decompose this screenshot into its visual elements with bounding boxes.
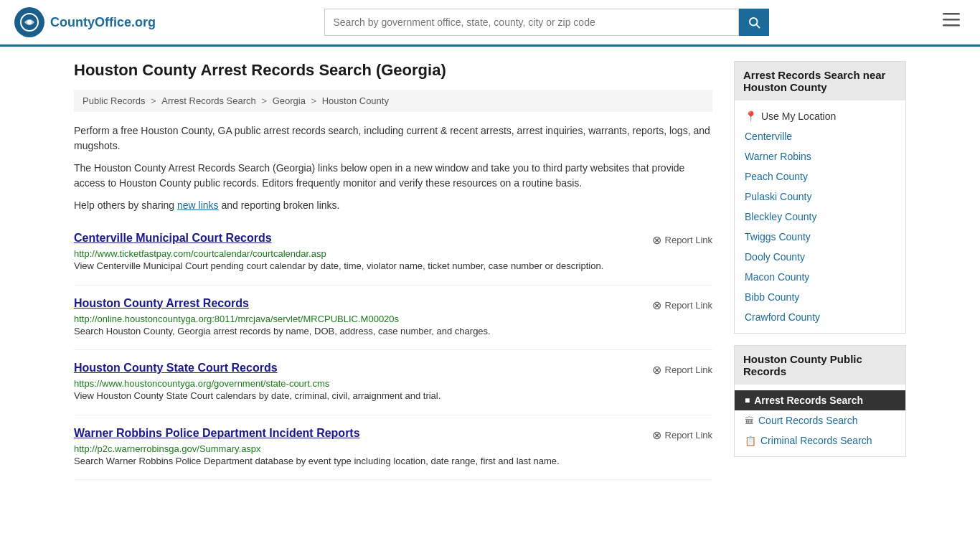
sidebar-item-centerville[interactable]: Centerville	[735, 126, 905, 146]
result-desc: Search Houston County, Georgia arrest re…	[74, 324, 712, 339]
breadcrumb: Public Records > Arrest Records Search >…	[74, 90, 712, 112]
menu-button[interactable]	[937, 10, 966, 34]
result-header: Warner Robbins Police Department Inciden…	[74, 427, 712, 443]
intro-text-3: Help others by sharing new links and rep…	[74, 198, 712, 213]
result-url[interactable]: https://www.houstoncountyga.org/governme…	[74, 378, 329, 389]
search-bar-container	[324, 9, 769, 36]
search-input[interactable]	[324, 9, 739, 36]
list-icon: 📋	[745, 435, 756, 446]
sidebar-item-peach-county[interactable]: Peach County	[735, 166, 905, 187]
public-records-items: ■ Arrest Records Search 🏛 Court Records …	[735, 385, 905, 456]
result-title[interactable]: Warner Robbins Police Department Inciden…	[74, 427, 360, 440]
main-container: Houston County Arrest Records Search (Ge…	[60, 47, 920, 509]
svg-point-1	[27, 20, 32, 24]
svg-line-3	[756, 24, 759, 27]
nearby-items: 📍 Use My Location Centerville Warner Rob…	[735, 100, 905, 333]
result-entry: Centerville Municipal Court Records ⊗ Re…	[74, 220, 712, 286]
location-pin-icon: 📍	[745, 110, 757, 122]
result-header: Houston County Arrest Records ⊗ Report L…	[74, 297, 712, 313]
sidebar-item-arrest-records[interactable]: ■ Arrest Records Search	[735, 390, 905, 410]
criminal-records-label: Criminal Records Search	[760, 435, 872, 446]
logo-text: CountyOffice.org	[50, 15, 156, 30]
report-link-button[interactable]: ⊗ Report Link	[652, 362, 712, 377]
sidebar-item-twiggs-county[interactable]: Twiggs County	[735, 227, 905, 247]
public-records-header: Houston County Public Records	[735, 346, 905, 385]
logo-area: CountyOffice.org	[14, 7, 156, 37]
sidebar-item-macon-county[interactable]: Macon County	[735, 267, 905, 287]
report-icon: ⊗	[652, 363, 661, 377]
sidebar-item-crawford-county[interactable]: Crawford County	[735, 307, 905, 327]
nearby-header: Arrest Records Search near Houston Count…	[735, 62, 905, 100]
report-icon: ⊗	[652, 428, 661, 442]
new-links-link[interactable]: new links	[177, 199, 219, 211]
search-button[interactable]	[739, 9, 769, 36]
result-url[interactable]: http://www.ticketfastpay.com/courtcalend…	[74, 248, 326, 259]
intro-text-1: Perform a free Houston County, GA public…	[74, 123, 712, 154]
filled-square-icon: ■	[745, 395, 750, 405]
sidebar-item-criminal-records[interactable]: 📋 Criminal Records Search	[735, 430, 905, 451]
result-desc: View Centerville Municipal Court pending…	[74, 259, 712, 273]
arrest-records-label: Arrest Records Search	[754, 395, 863, 406]
intro3-before: Help others by sharing	[74, 199, 177, 211]
report-icon: ⊗	[652, 233, 661, 247]
report-link-label: Report Link	[665, 364, 712, 375]
use-my-location-link[interactable]: 📍 Use My Location	[735, 106, 905, 126]
breadcrumb-sep2: >	[261, 95, 269, 106]
header: CountyOffice.org	[0, 0, 980, 47]
sidebar-item-court-records[interactable]: 🏛 Court Records Search	[735, 410, 905, 430]
breadcrumb-sep3: >	[311, 95, 319, 106]
breadcrumb-public-records[interactable]: Public Records	[83, 95, 145, 106]
sidebar-item-bibb-county[interactable]: Bibb County	[735, 287, 905, 307]
page-title: Houston County Arrest Records Search (Ge…	[74, 61, 712, 80]
breadcrumb-georgia[interactable]: Georgia	[273, 95, 306, 106]
result-desc: Search Warner Robbins Police Department …	[74, 454, 712, 468]
building-icon: 🏛	[745, 415, 754, 426]
sidebar-item-bleckley-county[interactable]: Bleckley County	[735, 207, 905, 227]
sidebar-item-pulaski-county[interactable]: Pulaski County	[735, 187, 905, 207]
breadcrumb-sep1: >	[151, 95, 159, 106]
svg-rect-6	[943, 24, 960, 27]
report-link-label: Report Link	[665, 300, 712, 311]
report-link-label: Report Link	[665, 430, 712, 441]
result-header: Centerville Municipal Court Records ⊗ Re…	[74, 232, 712, 248]
result-entry: Warner Robbins Police Department Inciden…	[74, 415, 712, 481]
svg-rect-5	[943, 19, 960, 21]
logo-name: CountyOffice	[50, 15, 131, 29]
result-title[interactable]: Centerville Municipal Court Records	[74, 232, 272, 245]
logo-icon	[14, 7, 44, 37]
report-link-button[interactable]: ⊗ Report Link	[652, 232, 712, 247]
breadcrumb-houston-county[interactable]: Houston County	[322, 95, 389, 106]
sidebar-item-dooly-county[interactable]: Dooly County	[735, 247, 905, 267]
sidebar: Arrest Records Search near Houston Count…	[734, 61, 906, 480]
result-entry: Houston County State Court Records ⊗ Rep…	[74, 350, 712, 415]
result-url[interactable]: http://p2c.warnerrobinsga.gov/Summary.as…	[74, 443, 261, 454]
breadcrumb-arrest-records[interactable]: Arrest Records Search	[161, 95, 256, 106]
intro-text-2: The Houston County Arrest Records Search…	[74, 161, 712, 191]
intro3-after: and reporting broken links.	[219, 199, 340, 211]
use-my-location-label: Use My Location	[761, 110, 836, 122]
nearby-section: Arrest Records Search near Houston Count…	[734, 61, 906, 334]
content-area: Houston County Arrest Records Search (Ge…	[74, 61, 712, 480]
report-link-button[interactable]: ⊗ Report Link	[652, 427, 712, 442]
report-link-button[interactable]: ⊗ Report Link	[652, 297, 712, 312]
svg-rect-4	[943, 13, 960, 15]
result-header: Houston County State Court Records ⊗ Rep…	[74, 362, 712, 377]
sidebar-item-warner-robins[interactable]: Warner Robins	[735, 146, 905, 166]
result-entry: Houston County Arrest Records ⊗ Report L…	[74, 286, 712, 351]
report-icon: ⊗	[652, 298, 661, 312]
result-desc: View Houston County State Court calendar…	[74, 389, 712, 403]
result-title[interactable]: Houston County State Court Records	[74, 362, 278, 375]
results-list: Centerville Municipal Court Records ⊗ Re…	[74, 220, 712, 480]
public-records-section: Houston County Public Records ■ Arrest R…	[734, 345, 906, 457]
logo-tld: .org	[131, 15, 156, 29]
result-url[interactable]: http://online.houstoncountyga.org:8011/m…	[74, 314, 399, 324]
court-records-label: Court Records Search	[758, 415, 858, 426]
report-link-label: Report Link	[665, 235, 712, 245]
result-title[interactable]: Houston County Arrest Records	[74, 297, 249, 310]
